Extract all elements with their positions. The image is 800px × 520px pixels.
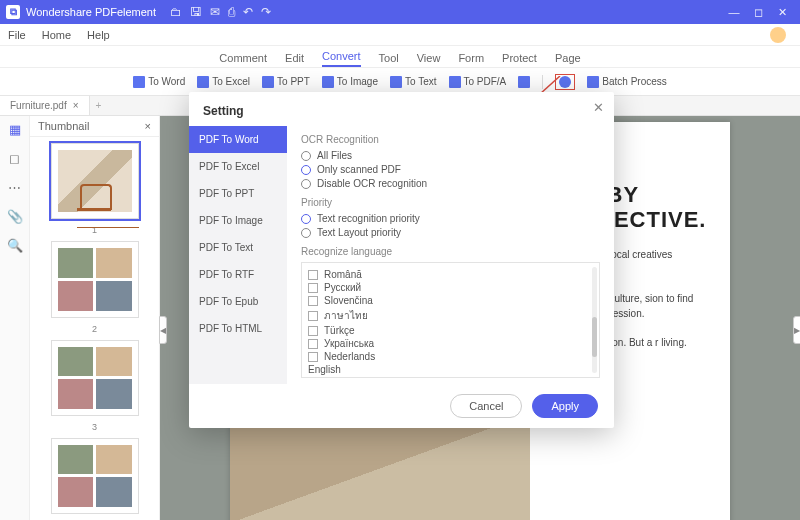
image-icon (322, 76, 334, 88)
separator (542, 75, 543, 89)
undo-icon[interactable]: ↶ (243, 5, 253, 19)
folder-icon[interactable]: 🗀 (170, 5, 182, 19)
dialog-footer: Cancel Apply (189, 384, 614, 428)
menu-file[interactable]: File (8, 29, 26, 41)
radio-layout-priority[interactable]: Text Layout priority (301, 227, 600, 238)
lang-option[interactable]: Română (308, 269, 593, 280)
convert-settings-dialog: Setting ✕ PDF To Word PDF To Excel PDF T… (189, 92, 614, 428)
radio-only-scanned[interactable]: Only scanned PDF (301, 164, 600, 175)
excel-icon (197, 76, 209, 88)
mail-icon[interactable]: ✉ (210, 5, 220, 19)
tab-protect[interactable]: Protect (502, 52, 537, 67)
convert-settings-button[interactable] (555, 74, 575, 90)
lang-option[interactable]: Русский (308, 282, 593, 293)
to-image-button[interactable]: To Image (322, 76, 378, 88)
gear-icon (559, 76, 571, 88)
lang-option[interactable]: English (308, 364, 593, 375)
sidebar-item-epub[interactable]: PDF To Epub (189, 288, 287, 315)
maximize-button[interactable]: ◻ (746, 6, 770, 19)
lang-option[interactable]: ภาษาไทย (308, 308, 593, 323)
to-word-button[interactable]: To Word (133, 76, 185, 88)
thumbnail-page-3[interactable] (51, 340, 139, 416)
tab-view[interactable]: View (417, 52, 441, 67)
tab-page[interactable]: Page (555, 52, 581, 67)
thumbnail-page-1[interactable] (51, 143, 139, 219)
app-logo-icon: ⧉ (6, 5, 20, 19)
ribbon-tabs: Comment Edit Convert Tool View Form Prot… (0, 46, 800, 68)
thumbnail-panel: Thumbnail× 1 2 3 (30, 116, 160, 520)
sidebar-item-text[interactable]: PDF To Text (189, 234, 287, 261)
sidebar-item-image[interactable]: PDF To Image (189, 207, 287, 234)
section-ocr: OCR Recognition (301, 134, 600, 145)
tab-comment[interactable]: Comment (219, 52, 267, 67)
app-title: Wondershare PDFelement (26, 6, 156, 18)
dialog-content: OCR Recognition All Files Only scanned P… (287, 126, 614, 384)
radio-text-priority[interactable]: Text recognition priority (301, 213, 600, 224)
radio-disable-ocr[interactable]: Disable OCR recognition (301, 178, 600, 189)
thumbnails-icon[interactable]: ▦ (9, 122, 21, 137)
sidebar-item-html[interactable]: PDF To HTML (189, 315, 287, 342)
menu-home[interactable]: Home (42, 29, 71, 41)
to-text-button[interactable]: To Text (390, 76, 437, 88)
to-excel-button[interactable]: To Excel (197, 76, 250, 88)
apply-button[interactable]: Apply (532, 394, 598, 418)
radio-all-files[interactable]: All Files (301, 150, 600, 161)
pdfa-icon (449, 76, 461, 88)
cancel-button[interactable]: Cancel (450, 394, 522, 418)
dialog-sidebar: PDF To Word PDF To Excel PDF To PPT PDF … (189, 126, 287, 384)
tab-convert[interactable]: Convert (322, 50, 361, 67)
to-pdfa-button[interactable]: To PDF/A (449, 76, 507, 88)
lang-option[interactable]: Slovenčina (308, 295, 593, 306)
page-number: 2 (92, 324, 97, 334)
dialog-title: Setting (203, 104, 244, 118)
batch-icon (587, 76, 599, 88)
collapse-right-icon[interactable]: ▶ (793, 316, 800, 344)
lang-option[interactable]: Türkçe (308, 325, 593, 336)
attachments-icon[interactable]: 📎 (7, 209, 23, 224)
close-panel-icon[interactable]: × (145, 120, 151, 132)
redo-icon[interactable]: ↷ (261, 5, 271, 19)
collapse-left-icon[interactable]: ◀ (159, 316, 167, 344)
minimize-button[interactable]: ― (722, 6, 746, 18)
section-priority: Priority (301, 197, 600, 208)
lang-option[interactable]: Українська (308, 338, 593, 349)
dialog-close-icon[interactable]: ✕ (593, 100, 604, 115)
close-tab-icon[interactable]: × (73, 100, 79, 111)
close-button[interactable]: ✕ (770, 6, 794, 19)
ppt-icon (262, 76, 274, 88)
other-icon (518, 76, 530, 88)
sidebar-item-excel[interactable]: PDF To Excel (189, 153, 287, 180)
to-ppt-button[interactable]: To PPT (262, 76, 310, 88)
tab-form[interactable]: Form (458, 52, 484, 67)
text-icon (390, 76, 402, 88)
add-tab-button[interactable]: + (90, 100, 108, 111)
section-language: Recognize language (301, 246, 600, 257)
sidebar-item-rtf[interactable]: PDF To RTF (189, 261, 287, 288)
search-icon[interactable]: 🔍 (7, 238, 23, 253)
sidebar-item-ppt[interactable]: PDF To PPT (189, 180, 287, 207)
menu-help[interactable]: Help (87, 29, 110, 41)
to-other-button[interactable] (518, 76, 530, 88)
menubar: File Home Help (0, 24, 800, 46)
thumbnail-page-2[interactable] (51, 241, 139, 317)
thumbnail-title: Thumbnail (38, 120, 89, 132)
file-tab[interactable]: Furniture.pdf× (0, 96, 90, 115)
thumbnail-page-4[interactable] (51, 438, 139, 514)
bookmark-icon[interactable]: ◻ (9, 151, 20, 166)
comments-icon[interactable]: ⋯ (8, 180, 21, 195)
titlebar: ⧉ Wondershare PDFelement 🗀 🖫 ✉ ⎙ ↶ ↷ ― ◻… (0, 0, 800, 24)
user-avatar-icon[interactable] (770, 27, 786, 43)
print-icon[interactable]: ⎙ (228, 5, 235, 19)
tab-tool[interactable]: Tool (379, 52, 399, 67)
save-icon[interactable]: 🖫 (190, 5, 202, 19)
language-listbox[interactable]: Română Русский Slovenčina ภาษาไทย Türkçe… (301, 262, 600, 378)
tab-edit[interactable]: Edit (285, 52, 304, 67)
batch-process-button[interactable]: Batch Process (587, 76, 666, 88)
sidebar-item-word[interactable]: PDF To Word (189, 126, 287, 153)
page-number: 3 (92, 422, 97, 432)
side-rail: ▦ ◻ ⋯ 📎 🔍 (0, 116, 30, 520)
lang-option[interactable]: Nederlands (308, 351, 593, 362)
scrollbar[interactable] (592, 267, 597, 373)
titlebar-quick-icons: 🗀 🖫 ✉ ⎙ ↶ ↷ (170, 5, 271, 19)
word-icon (133, 76, 145, 88)
